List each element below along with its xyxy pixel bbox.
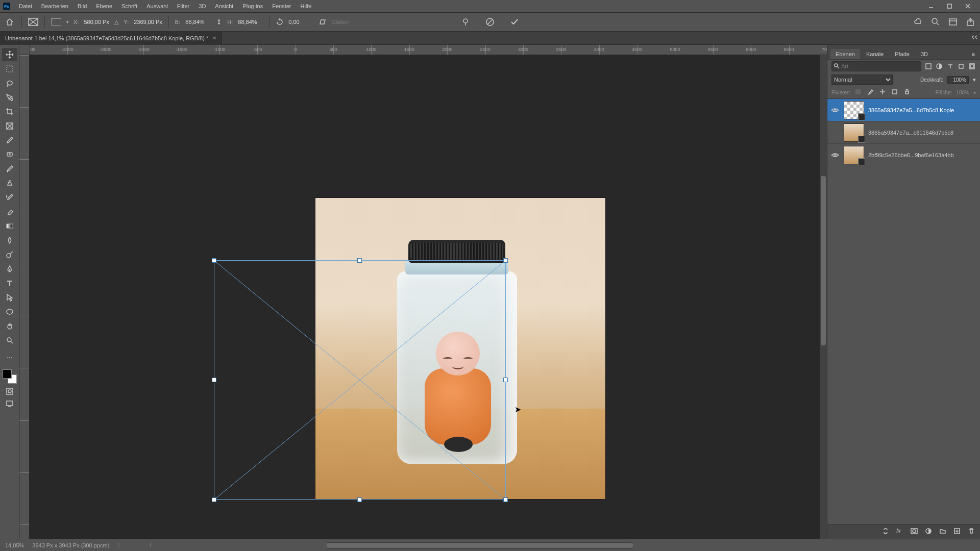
- marquee-tool[interactable]: [2, 62, 17, 76]
- y-value[interactable]: 2369,00 Px: [134, 19, 162, 25]
- window-restore-button[interactable]: [940, 0, 959, 12]
- shape-tool[interactable]: [2, 305, 17, 318]
- ruler-origin[interactable]: [19, 45, 30, 55]
- panel-tab-3d[interactable]: 3D: [916, 49, 933, 59]
- layer-name[interactable]: 3865a59347e7a5...6d7b5c8 Kopie: [868, 107, 977, 113]
- document-info[interactable]: 3943 Px x 3943 Px (300 ppcm): [32, 542, 109, 548]
- layer-thumbnail[interactable]: [844, 123, 864, 142]
- transform-handle-ne[interactable]: [503, 258, 508, 263]
- eraser-tool[interactable]: [2, 205, 17, 218]
- filter-type-icon[interactable]: [946, 62, 954, 71]
- horizontal-scrollbar[interactable]: [327, 542, 633, 549]
- filter-shape-icon[interactable]: [957, 62, 965, 71]
- link-layers-icon[interactable]: [882, 528, 891, 537]
- chevron-right-icon[interactable]: 〉: [117, 541, 123, 549]
- pen-tool[interactable]: [2, 262, 17, 276]
- vertical-ruler[interactable]: [19, 55, 30, 539]
- transform-handle-w[interactable]: [212, 378, 216, 382]
- group-icon[interactable]: [939, 528, 948, 537]
- lock-pixels-icon[interactable]: [855, 89, 863, 97]
- height-value[interactable]: 88,84%: [238, 19, 263, 25]
- layer-thumbnail[interactable]: [844, 101, 864, 119]
- menu-schrift[interactable]: Schrift: [117, 0, 142, 12]
- transform-handle-e[interactable]: [503, 378, 508, 382]
- history-brush-tool[interactable]: [2, 191, 17, 204]
- frame-tool[interactable]: [2, 119, 17, 133]
- canvas-stage[interactable]: ➤: [30, 55, 827, 539]
- layer-row[interactable]: 2bf99c5e26bbe6...9baf6e163a4bb: [827, 144, 980, 166]
- layer-name[interactable]: 3865a59347e7a...c611646d7b5c8: [868, 130, 977, 136]
- pin-icon[interactable]: [461, 17, 470, 27]
- layer-row[interactable]: 3865a59347e7a...c611646d7b5c8: [827, 121, 980, 144]
- menu-fenster[interactable]: Fenster: [267, 0, 296, 12]
- layer-visibility-icon[interactable]: [830, 151, 840, 160]
- panel-tab-ebenen[interactable]: Ebenen: [830, 49, 860, 59]
- cancel-transform-button[interactable]: [485, 17, 495, 27]
- layer-visibility-icon[interactable]: [830, 128, 840, 137]
- hand-tool[interactable]: [2, 319, 17, 333]
- menu-plug-ins[interactable]: Plug-ins: [238, 0, 267, 12]
- lock-position-icon[interactable]: [879, 89, 888, 97]
- eyedropper-tool[interactable]: [2, 134, 17, 147]
- lasso-tool[interactable]: [2, 77, 17, 90]
- layer-row[interactable]: 3865a59347e7a5...6d7b5c8 Kopie: [827, 99, 980, 121]
- lock-paint-icon[interactable]: [867, 89, 875, 97]
- dodge-tool[interactable]: [2, 248, 17, 261]
- collapse-panels-icon[interactable]: [971, 35, 978, 40]
- delete-layer-icon[interactable]: [968, 528, 977, 537]
- window-minimize-button[interactable]: [922, 0, 940, 12]
- edit-toolbar-icon[interactable]: ⋯: [2, 351, 17, 364]
- layer-name[interactable]: 2bf99c5e26bbe6...9baf6e163a4bb: [868, 152, 977, 158]
- reference-point-icon[interactable]: [51, 18, 61, 26]
- screen-mode-icon[interactable]: [5, 399, 14, 408]
- path-select-tool[interactable]: [2, 291, 17, 304]
- search-icon[interactable]: [931, 17, 940, 27]
- vertical-scrollbar[interactable]: [820, 55, 827, 539]
- type-tool[interactable]: [2, 277, 17, 290]
- transform-handle-sw[interactable]: [212, 497, 216, 502]
- share-icon[interactable]: [966, 17, 975, 27]
- brush-tool[interactable]: [2, 162, 17, 176]
- new-layer-icon[interactable]: [953, 528, 963, 537]
- quick-mask-icon[interactable]: [5, 387, 14, 396]
- layer-mask-icon[interactable]: [911, 528, 920, 537]
- transform-handle-nw[interactable]: [212, 258, 216, 263]
- filter-pixel-icon[interactable]: [924, 62, 932, 71]
- horizontal-ruler[interactable]: -3500-3000-2500-2000-1500-1000-500050010…: [30, 45, 827, 55]
- opacity-value[interactable]: 100%: [947, 76, 969, 84]
- menu-filter[interactable]: Filter: [173, 0, 194, 12]
- transform-preset-icon[interactable]: [28, 18, 38, 26]
- menu-ebene[interactable]: Ebene: [91, 0, 117, 12]
- menu-hilfe[interactable]: Hilfe: [296, 0, 316, 12]
- layer-visibility-icon[interactable]: [830, 106, 840, 115]
- lock-all-icon[interactable]: [904, 89, 912, 97]
- skew-h-icon[interactable]: [319, 19, 326, 25]
- link-icon[interactable]: [216, 18, 222, 26]
- arrange-windows-icon[interactable]: [948, 17, 958, 27]
- window-close-button[interactable]: [959, 0, 977, 12]
- zoom-tool[interactable]: [2, 334, 17, 347]
- lock-artboard-icon[interactable]: [892, 89, 900, 97]
- document-tab[interactable]: Unbenannt-1 bei 14,1% (3865a59347e7a5d3d…: [0, 32, 222, 45]
- filter-adjust-icon[interactable]: [935, 62, 943, 71]
- panel-tab-kanäle[interactable]: Kanäle: [861, 49, 889, 59]
- free-transform-box[interactable]: [214, 260, 506, 500]
- layer-effects-icon[interactable]: fx: [896, 528, 905, 537]
- menu-ansicht[interactable]: Ansicht: [210, 0, 238, 12]
- menu-bild[interactable]: Bild: [73, 0, 91, 12]
- blur-tool[interactable]: [2, 234, 17, 247]
- color-swatches[interactable]: [3, 369, 17, 384]
- menu-datei[interactable]: Datei: [14, 0, 37, 12]
- transform-handle-n[interactable]: [357, 258, 362, 263]
- rotation-value[interactable]: 0,00: [288, 19, 314, 25]
- close-tab-icon[interactable]: ✕: [212, 35, 216, 41]
- transform-handle-se[interactable]: [503, 497, 508, 502]
- x-value[interactable]: 580,00 Px: [84, 19, 109, 25]
- filter-smart-icon[interactable]: [968, 62, 976, 71]
- menu-bearbeiten[interactable]: Bearbeiten: [37, 0, 73, 12]
- adjustment-layer-icon[interactable]: [925, 528, 934, 537]
- gradient-tool[interactable]: [2, 219, 17, 233]
- menu-3d[interactable]: 3D: [194, 0, 210, 12]
- crop-tool[interactable]: [2, 105, 17, 118]
- fill-value[interactable]: 100%: [956, 90, 969, 95]
